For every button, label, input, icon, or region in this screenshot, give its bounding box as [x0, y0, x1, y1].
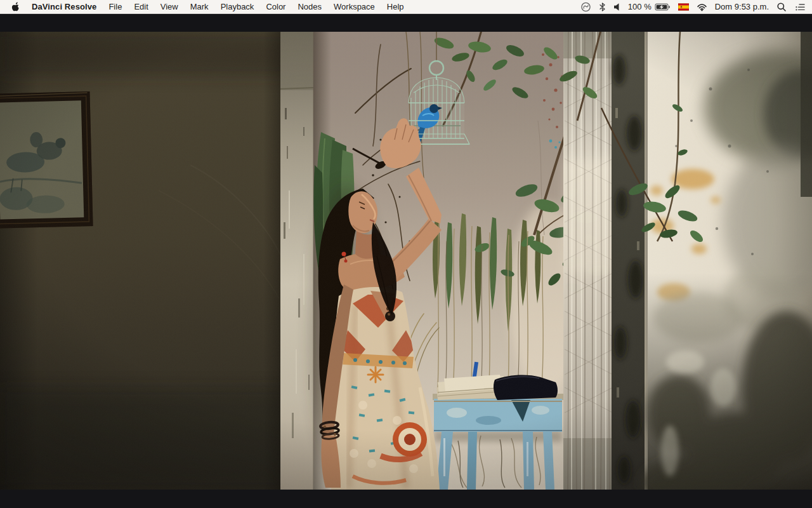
video-frame	[0, 32, 812, 490]
menu-playback[interactable]: Playback	[221, 2, 254, 11]
menu-view[interactable]: View	[160, 2, 178, 11]
menu-workspace[interactable]: Workspace	[334, 2, 375, 11]
apple-logo-icon	[10, 2, 20, 12]
menu-help[interactable]: Help	[387, 2, 404, 11]
menu-color[interactable]: Color	[266, 2, 285, 11]
spotlight-icon[interactable]	[776, 2, 787, 12]
input-source-spain-flag-icon[interactable]	[678, 3, 689, 11]
bluetooth-icon[interactable]	[599, 2, 606, 12]
notification-center-icon[interactable]	[794, 2, 806, 12]
menu-edit[interactable]: Edit	[134, 2, 148, 11]
battery-percentage: 100 %	[628, 2, 652, 11]
menu-mark[interactable]: Mark	[190, 2, 209, 11]
menu-bar: DaVinci Resolve File Edit View Mark Play…	[0, 0, 812, 14]
creative-cloud-icon[interactable]	[580, 2, 591, 12]
menu-bar-status: 100 %	[580, 2, 806, 12]
fullscreen-video-stage[interactable]	[0, 14, 812, 508]
menu-bar-clock[interactable]: Dom 9:53 p.m.	[715, 2, 769, 11]
battery-status[interactable]: 100 %	[628, 2, 671, 12]
app-menu-davinci-resolve[interactable]: DaVinci Resolve	[32, 2, 96, 11]
volume-icon[interactable]	[613, 2, 620, 12]
apple-menu[interactable]	[10, 2, 20, 12]
menu-bar-left: DaVinci Resolve File Edit View Mark Play…	[10, 2, 404, 12]
menu-nodes[interactable]: Nodes	[298, 2, 322, 11]
photo-film-grain	[0, 32, 812, 490]
menu-file[interactable]: File	[108, 2, 122, 11]
battery-charging-icon	[655, 2, 671, 12]
wifi-icon[interactable]	[697, 2, 707, 12]
